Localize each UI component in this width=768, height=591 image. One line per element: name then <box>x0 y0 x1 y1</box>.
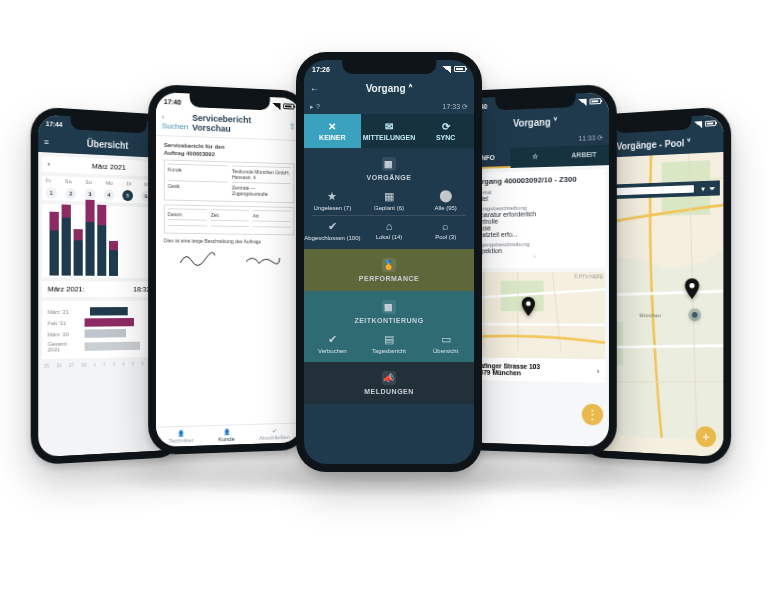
page-title[interactable]: Vorgänge - Pool ˅ <box>616 138 691 152</box>
doc-title: Servicebericht für den <box>164 142 295 152</box>
notch <box>616 116 692 133</box>
weekday: Di <box>126 181 131 187</box>
field-label: Kunde <box>168 164 228 182</box>
tab-kunde[interactable]: 👤Kunde <box>218 428 234 442</box>
menu-cell[interactable]: ✔Verbuchen <box>304 329 361 358</box>
seg-mitteilungen[interactable]: ✉MITTEILUNGEN <box>361 114 418 148</box>
map-pin-icon[interactable] <box>684 279 701 303</box>
map-pin-icon[interactable] <box>521 296 536 319</box>
cell-icon: ⌕ <box>417 220 474 232</box>
document-preview[interactable]: Servicebericht für den Auftrag 400003092… <box>156 136 302 274</box>
filter-icon[interactable]: ▾ <box>701 184 705 193</box>
menu-cell[interactable]: ⌕Pool (3) <box>417 216 474 245</box>
section-performance[interactable]: 🏅PERFORMANCE <box>304 249 474 291</box>
svg-point-1 <box>526 301 531 306</box>
wrench-icon: ✕ <box>304 121 361 132</box>
bubble-icon: ✉ <box>361 121 418 132</box>
section-title: MELDUNGEN <box>364 388 414 395</box>
phone-vorgang-main: 17:26 ← Vorgang ˄ ▸ ? 17:33 ⟳ ✕KEINER ✉M… <box>296 52 482 472</box>
cell-label: Tagesbericht <box>372 348 406 354</box>
menu-cell[interactable]: ▦Geplant (6) <box>361 186 418 215</box>
weekday: Sa <box>65 178 72 184</box>
status-time: 17:44 <box>46 120 63 128</box>
kpi-label: März 2021: <box>48 285 85 293</box>
status-time: 17:40 <box>164 98 181 106</box>
chevron-right-icon[interactable]: › <box>597 367 599 374</box>
menu-cell[interactable]: ⌂Lokal (14) <box>361 216 418 245</box>
day-cell[interactable]: 2 <box>65 188 76 200</box>
address-card[interactable]: Grafinger Strasse 103 81679 München › <box>467 357 605 382</box>
weekday: So <box>85 179 92 185</box>
cell-label: Geplant (6) <box>374 205 404 211</box>
page-title[interactable]: Vorgang ˄ <box>366 83 414 94</box>
cell-label: Pool (3) <box>435 234 456 240</box>
signatures <box>164 249 295 268</box>
weekday: Mo <box>106 180 113 186</box>
crumb-right[interactable]: 11:33 ⟳ <box>578 134 603 143</box>
map-location-dot-icon[interactable] <box>687 306 704 327</box>
bar <box>85 200 94 276</box>
section-title: ZEITKONTIERUNG <box>354 317 423 324</box>
menu-cell[interactable]: ✔Abgeschlossen (100) <box>304 216 361 245</box>
field-label: Gerät <box>168 180 228 198</box>
bar <box>49 212 58 276</box>
cell-icon: ✔ <box>304 220 361 233</box>
cell-label: Lokal (14) <box>376 234 403 240</box>
day-cell[interactable]: 1 <box>46 187 57 199</box>
badge-icon: 🏅 <box>382 258 396 272</box>
funnel-icon[interactable]: ⏷ <box>709 184 716 193</box>
fab-more[interactable]: ⋮ <box>582 404 603 426</box>
menu-cell[interactable]: ⚪Alle (95) <box>417 186 474 215</box>
cell-icon: ⚪ <box>417 190 474 203</box>
back-icon[interactable]: ← <box>310 84 319 94</box>
section-zeitkontierung: ▦ZEITKONTIERUNG ✔Verbuchen▤Tagesbericht▭… <box>304 291 474 362</box>
menu-cell[interactable]: ★Ungelesen (7) <box>304 186 361 215</box>
cell-icon: ✔ <box>304 333 361 346</box>
notch <box>342 60 436 74</box>
crumb-right[interactable]: 17:33 ⟳ <box>443 103 468 111</box>
cell-icon: ⌂ <box>361 220 418 232</box>
menu-cell[interactable]: ▤Tagesbericht <box>361 329 418 358</box>
calendar-icon: ▦ <box>382 157 396 171</box>
calendar-icon: ▦ <box>382 300 396 314</box>
check-icon: ✔ <box>272 427 277 434</box>
order-line: Ersatzteil erfo... <box>473 230 600 238</box>
tab-favorite[interactable]: ☆ <box>511 146 560 168</box>
day-cell[interactable]: 4 <box>104 189 115 200</box>
cell-label: Übersicht <box>433 348 458 354</box>
seg-keiner[interactable]: ✕KEINER <box>304 114 361 148</box>
bottom-tabs[interactable]: 👤Techniker 👤Kunde ✔Abschließen <box>156 422 302 447</box>
chevron-down-icon[interactable]: ˅ <box>473 255 600 264</box>
user-icon: 👤 <box>223 428 230 435</box>
value-process: Inspektion <box>473 246 600 254</box>
field-value: Testkunde München GmbH, Hansastr. 4 <box>232 165 291 183</box>
section-vorgaenge: ▦VORGÄNGE ★Ungelesen (7)▦Geplant (6)⚪All… <box>304 148 474 249</box>
value-order: Reparatur erforderlichKontrollePauseErsa… <box>473 209 600 238</box>
hamburger-icon[interactable]: ≡ <box>44 137 49 147</box>
section-meldungen[interactable]: 📣MELDUNGEN <box>304 362 474 404</box>
tab-arbeit[interactable]: ARBEIT <box>559 145 609 167</box>
mini-map[interactable]: © PTV HERE <box>467 272 605 360</box>
tab-abschliessen[interactable]: ✔Abschließen <box>259 427 290 441</box>
phone-servicebericht: 17:40 ‹ Suchen Servicebericht Vorschau ⇧… <box>148 84 309 455</box>
month-label: März 2021 <box>92 162 126 172</box>
card-title: Vorgang 400003092/10 - Z300 <box>473 174 600 186</box>
day-cell[interactable]: 5 <box>122 190 133 201</box>
cell-label: Ungelesen (7) <box>313 205 351 211</box>
field-value: Zentrale — Zugangskontrolle <box>232 182 291 200</box>
tab-techniker[interactable]: 👤Techniker <box>169 429 194 443</box>
back-button[interactable]: ‹ Suchen <box>162 113 192 132</box>
chevron-left-icon[interactable]: ‹ <box>48 160 50 169</box>
fab-add[interactable]: + <box>696 426 716 448</box>
cell-label: Abgeschlossen (100) <box>304 235 360 241</box>
menu-cell[interactable]: ▭Übersicht <box>417 329 474 358</box>
page-title[interactable]: Vorgang ˅ <box>513 116 558 128</box>
svg-point-6 <box>689 308 702 321</box>
tab-bar[interactable]: INFO ☆ ARBEIT <box>463 145 609 170</box>
seg-sync[interactable]: ⟳SYNC <box>417 114 474 148</box>
megaphone-icon: 📣 <box>382 371 396 385</box>
segment-control[interactable]: ✕KEINER ✉MITTEILUNGEN ⟳SYNC <box>304 114 474 148</box>
day-cell[interactable]: 3 <box>85 189 96 200</box>
cell-icon: ▦ <box>361 190 418 203</box>
cell-icon: ▭ <box>417 333 474 346</box>
